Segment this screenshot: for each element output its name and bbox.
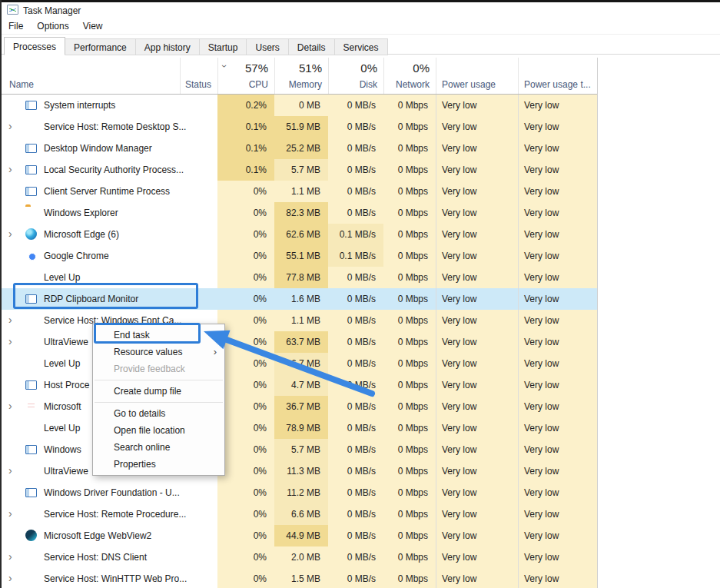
expand-chevron-icon[interactable]: › — [8, 224, 19, 245]
cell-network: 0 Mbps — [383, 482, 436, 503]
cell-cpu: 0% — [217, 331, 274, 353]
table-row[interactable]: Host Proce0%4.7 MB0 MB/s0 MbpsVery lowVe… — [2, 374, 597, 396]
cell-power_trend: Very low — [518, 159, 597, 181]
tab-strip: ProcessesPerformanceApp historyStartupUs… — [2, 35, 720, 55]
menu-item-resource-values[interactable]: Resource values› — [93, 344, 224, 360]
header-aggregate-memory: 51% — [299, 61, 322, 75]
cell-power: Very low — [436, 439, 518, 460]
tab-startup[interactable]: Startup — [199, 38, 247, 55]
tab-services[interactable]: Services — [334, 38, 388, 55]
table-row[interactable]: ›Local Security Authority Process...0.1%… — [2, 159, 597, 181]
cell-status — [180, 95, 217, 116]
menu-item-search-online[interactable]: Search online — [93, 439, 224, 456]
cell-memory: 1.1 MB — [274, 181, 328, 202]
cell-disk: 0 MB/s — [328, 503, 383, 525]
table-row[interactable]: ›UltraViewe0%63.7 MB0 MB/s0 MbpsVery low… — [2, 331, 597, 353]
table-row[interactable]: ›Service Host: Remote Procedure...0%6.6 … — [2, 503, 597, 525]
cell-disk: 0 MB/s — [328, 138, 383, 159]
webview-icon — [25, 530, 37, 541]
expand-chevron-icon[interactable]: › — [8, 159, 19, 181]
table-row[interactable]: ›Service Host: WinHTTP Web Pro...0%1.5 M… — [2, 568, 597, 588]
column-header-status[interactable]: Status — [180, 58, 217, 94]
table-row[interactable]: Level Up0%78.9 MB0 MB/s0 MbpsVery lowVer… — [2, 417, 597, 439]
menubar-item-file[interactable]: File — [2, 18, 30, 32]
cell-cpu: 0% — [217, 525, 274, 546]
cell-power: Very low — [436, 417, 518, 439]
process-name: UltraViewe — [44, 460, 88, 482]
cell-network: 0 Mbps — [383, 202, 436, 224]
cell-memory: 44.9 MB — [274, 525, 328, 546]
annotation-box-selected-row — [13, 283, 198, 309]
table-row[interactable]: Desktop Window Manager0.1%25.2 MB0 MB/s0… — [2, 138, 597, 159]
cell-power_trend: Very low — [518, 245, 597, 267]
menu-item-go-to-details[interactable]: Go to details — [93, 405, 224, 422]
cell-status — [180, 224, 217, 245]
header-label-disk: Disk — [360, 79, 377, 90]
tab-details[interactable]: Details — [288, 38, 335, 55]
table-row[interactable]: ›Service Host: Remote Desktop S...0.1%51… — [2, 116, 597, 138]
expand-chevron-icon[interactable]: › — [8, 503, 19, 525]
table-row[interactable]: System interrupts0.2%0 MB0 MB/s0 MbpsVer… — [2, 95, 597, 116]
cell-status — [180, 546, 217, 568]
menu-item-create-dump-file[interactable]: Create dump file — [93, 383, 224, 400]
cell-disk: 0 MB/s — [328, 181, 383, 202]
cell-network: 0 Mbps — [383, 159, 436, 181]
table-row[interactable]: ›Microsoft Edge (6)0%62.6 MB0.1 MB/s0 Mb… — [2, 224, 597, 245]
table-row[interactable]: Microsoft Edge WebView20%44.9 MB0 MB/s0 … — [2, 525, 597, 546]
menu-item-properties[interactable]: Properties — [93, 456, 224, 473]
table-row[interactable]: ›Service Host: Windows Font Ca...0%1.1 M… — [2, 310, 597, 331]
cell-disk: 0 MB/s — [328, 568, 383, 588]
column-header-disk[interactable]: 0%Disk — [328, 58, 383, 94]
table-row[interactable]: ›Service Host: DNS Client0%2.0 MB0 MB/s0… — [2, 546, 597, 568]
menubar-item-options[interactable]: Options — [30, 18, 75, 32]
process-name: Local Security Authority Process... — [44, 159, 184, 181]
cell-disk: 0 MB/s — [328, 525, 383, 546]
table-row[interactable]: ›UltraViewe0%11.3 MB0 MB/s0 MbpsVery low… — [2, 460, 597, 482]
table-row[interactable]: ›Microsoft0%36.7 MB0 MB/s0 MbpsVery lowV… — [2, 396, 597, 417]
tab-processes[interactable]: Processes — [4, 37, 65, 55]
cell-memory: 1.6 MB — [274, 288, 328, 310]
menubar-item-view[interactable]: View — [76, 18, 110, 32]
cell-power_trend: Very low — [518, 116, 597, 138]
gear-icon — [25, 121, 38, 133]
column-header-network[interactable]: 0%Network — [383, 58, 436, 94]
table-right-border — [597, 58, 598, 588]
expand-chevron-icon[interactable]: › — [8, 116, 19, 138]
column-header-name[interactable]: Name — [2, 58, 180, 94]
expand-chevron-icon[interactable]: › — [8, 310, 19, 331]
expand-chevron-icon[interactable]: › — [8, 331, 19, 353]
gear-icon — [25, 314, 38, 327]
column-header-memory[interactable]: 51%Memory — [274, 58, 328, 94]
tab-performance[interactable]: Performance — [65, 38, 136, 55]
process-name: Service Host: DNS Client — [44, 546, 147, 568]
tab-app-history[interactable]: App history — [135, 38, 200, 55]
expand-chevron-icon[interactable]: › — [8, 568, 19, 588]
cell-cpu: 0% — [217, 353, 274, 374]
table-row[interactable]: Level Up0%6.7 MB0 MB/s0 MbpsVery lowVery… — [2, 353, 597, 374]
table-row[interactable]: Windows Explorer0%82.3 MB0 MB/s0 MbpsVer… — [2, 202, 597, 224]
cell-memory: 78.9 MB — [274, 417, 328, 439]
cell-status — [180, 159, 217, 181]
table-row[interactable]: Client Server Runtime Process0%1.1 MB0 M… — [2, 181, 597, 202]
table-row[interactable]: Google Chrome0%55.1 MB0.1 MB/s0 MbpsVery… — [2, 245, 597, 267]
column-header-cpu[interactable]: 57%›CPU — [217, 58, 274, 94]
table-row[interactable]: Windows Driver Foundation - U...0%11.2 M… — [2, 482, 597, 503]
cell-power: Very low — [436, 224, 518, 245]
tab-users[interactable]: Users — [246, 38, 288, 55]
cell-power_trend: Very low — [518, 546, 597, 568]
cell-cpu: 0% — [217, 482, 274, 503]
column-header-power[interactable]: Power usage — [436, 58, 518, 94]
expand-chevron-icon[interactable]: › — [8, 546, 19, 568]
process-name: Service Host: WinHTTP Web Pro... — [44, 568, 187, 588]
expand-chevron-icon[interactable]: › — [8, 460, 19, 482]
cell-status — [180, 181, 217, 202]
column-header-power_trend[interactable]: Power usage t... — [518, 58, 597, 94]
cell-disk: 0 MB/s — [328, 95, 383, 116]
expand-chevron-icon[interactable]: › — [8, 396, 19, 417]
cell-network: 0 Mbps — [383, 181, 436, 202]
cell-network: 0 Mbps — [383, 525, 436, 546]
table-row[interactable]: Windows0%5.7 MB0 MB/s0 MbpsVery lowVery … — [2, 439, 597, 460]
menu-item-open-file-location[interactable]: Open file location — [93, 422, 224, 439]
menu-bar: FileOptionsView — [2, 18, 720, 35]
menu-separator — [95, 402, 223, 403]
